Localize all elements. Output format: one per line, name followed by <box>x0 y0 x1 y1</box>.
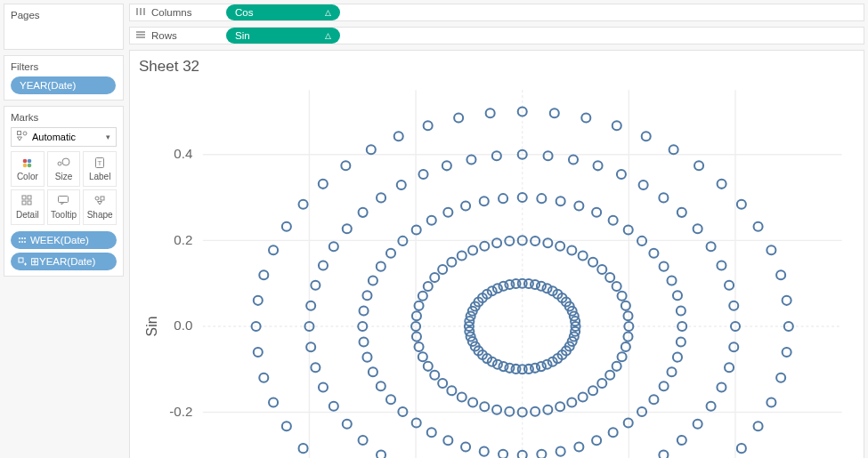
svg-point-205 <box>667 367 676 376</box>
svg-point-150 <box>597 379 606 388</box>
svg-point-181 <box>360 306 369 315</box>
detail-icon <box>21 195 34 208</box>
rows-icon <box>135 29 146 42</box>
pages-shelf[interactable]: Pages <box>4 4 124 50</box>
svg-point-94 <box>537 362 546 371</box>
svg-point-133 <box>418 352 427 361</box>
svg-point-204 <box>660 382 669 390</box>
svg-point-232 <box>311 281 320 290</box>
svg-point-222 <box>492 151 501 160</box>
svg-point-21 <box>21 241 23 243</box>
svg-point-171 <box>480 197 489 205</box>
chart[interactable]: -0.4-0.4-0.2-0.20.00.00.20.20.40.4CosSin <box>139 77 855 458</box>
svg-point-199 <box>592 436 601 445</box>
svg-point-194 <box>499 450 507 458</box>
svg-point-168 <box>537 194 546 203</box>
svg-point-17 <box>19 237 20 239</box>
mark-shape-pill[interactable]: ⊞ YEAR(Date) <box>11 253 117 270</box>
svg-point-257 <box>717 382 726 391</box>
svg-point-126 <box>424 282 433 291</box>
svg-point-68 <box>499 282 507 291</box>
svg-point-225 <box>418 170 427 179</box>
mark-btn-label[interactable]: T Label <box>83 151 117 187</box>
mark-btn-tooltip[interactable]: Tooltip <box>47 189 81 225</box>
svg-point-113 <box>567 245 576 254</box>
svg-point-272 <box>550 108 559 117</box>
mark-btn-shape[interactable]: Shape <box>83 189 117 225</box>
filter-pill-year-date[interactable]: YEAR(Date) <box>11 76 116 94</box>
svg-point-212 <box>707 242 716 251</box>
svg-point-291 <box>299 444 308 453</box>
svg-point-254 <box>677 436 686 445</box>
columns-icon <box>135 6 146 19</box>
svg-point-146 <box>556 402 564 411</box>
svg-point-88 <box>499 362 507 371</box>
svg-point-185 <box>369 367 377 376</box>
svg-point-20 <box>19 241 20 243</box>
svg-text:Sin: Sin <box>144 317 159 337</box>
mark-btn-color[interactable]: Color <box>11 151 45 187</box>
svg-point-67 <box>505 280 514 289</box>
columns-pill-cos[interactable]: Cos △ <box>226 4 340 20</box>
rows-pill-sin[interactable]: Sin △ <box>226 28 340 44</box>
svg-point-111 <box>588 258 597 267</box>
tooltip-icon <box>57 195 69 208</box>
svg-point-192 <box>461 442 470 451</box>
marks-card: Marks Automatic ▾ Color <box>4 106 124 277</box>
columns-shelf[interactable]: Columns Cos △ <box>129 4 864 21</box>
mark-btn-label: Size <box>55 172 72 181</box>
pill-label: Sin <box>235 30 250 41</box>
mark-btn-label: Tooltip <box>51 210 77 220</box>
svg-point-183 <box>360 337 369 346</box>
svg-point-259 <box>729 342 738 351</box>
svg-rect-0 <box>18 132 21 135</box>
svg-point-172 <box>461 201 470 210</box>
svg-point-276 <box>424 121 433 130</box>
svg-point-135 <box>430 371 439 380</box>
svg-point-219 <box>569 155 578 164</box>
filters-shelf[interactable]: Filters YEAR(Date) <box>4 55 124 100</box>
mark-btn-detail[interactable]: Detail <box>11 189 45 225</box>
svg-point-265 <box>737 200 746 209</box>
svg-point-285 <box>254 296 263 305</box>
svg-rect-11 <box>28 196 31 199</box>
mark-detail-pill[interactable]: WEEK(Date) <box>11 231 117 249</box>
sheet-title[interactable]: Sheet 32 <box>139 58 855 76</box>
svg-point-268 <box>669 145 678 154</box>
svg-point-158 <box>673 291 682 300</box>
detail-icon <box>18 236 30 245</box>
rows-shelf[interactable]: Rows Sin △ <box>129 27 864 44</box>
svg-point-207 <box>677 337 685 346</box>
mark-type-label: Automatic <box>32 132 76 142</box>
svg-point-278 <box>367 145 376 154</box>
svg-point-140 <box>480 402 489 411</box>
svg-point-282 <box>282 222 291 231</box>
svg-point-62 <box>537 282 546 291</box>
mark-btn-size[interactable]: Size <box>47 151 81 187</box>
svg-point-7 <box>62 158 69 165</box>
svg-point-136 <box>438 379 447 388</box>
svg-text:-0.2: -0.2 <box>169 404 192 419</box>
svg-point-288 <box>259 374 268 382</box>
svg-point-180 <box>362 291 371 300</box>
svg-point-264 <box>754 222 763 231</box>
svg-point-179 <box>369 277 377 285</box>
svg-point-166 <box>574 201 583 210</box>
svg-point-231 <box>319 261 328 269</box>
svg-point-124 <box>438 265 447 274</box>
svg-point-310 <box>776 374 785 382</box>
svg-point-261 <box>783 296 791 305</box>
svg-point-109 <box>605 273 614 282</box>
mark-type-dropdown[interactable]: Automatic ▾ <box>11 127 117 147</box>
svg-point-4 <box>23 164 28 168</box>
scatter-plot[interactable]: -0.4-0.4-0.2-0.20.00.00.20.20.40.4CosSin <box>139 77 855 458</box>
svg-point-22 <box>24 241 26 243</box>
svg-point-230 <box>329 242 338 251</box>
svg-point-262 <box>776 270 785 279</box>
filters-title: Filters <box>11 61 117 72</box>
delta-icon: △ <box>325 8 331 17</box>
svg-point-307 <box>737 444 746 453</box>
svg-point-93 <box>531 364 539 373</box>
svg-point-223 <box>466 155 475 164</box>
svg-point-215 <box>659 193 668 202</box>
